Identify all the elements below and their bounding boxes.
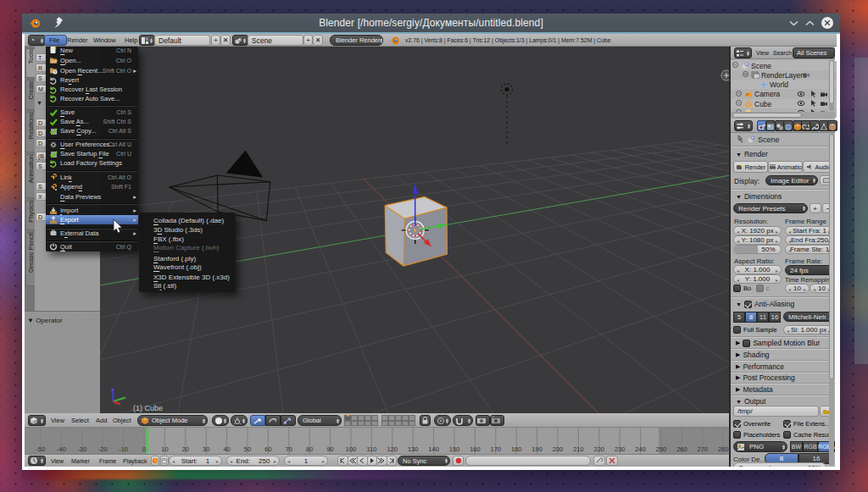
svg-text:140: 140 [428,445,439,453]
svg-text:280: 280 [718,445,729,453]
svg-text:-30: -30 [77,445,86,453]
svg-text:160: 160 [470,445,481,453]
svg-text:-20: -20 [98,445,108,453]
svg-text:200: 200 [553,445,564,453]
svg-text:-40: -40 [57,445,66,453]
svg-text:50: 50 [244,445,251,453]
svg-text:40: 40 [223,445,230,453]
svg-text:20: 20 [182,445,189,453]
svg-text:240: 240 [635,445,646,453]
svg-text:(1) Cube: (1) Cube [133,404,163,412]
svg-text:90: 90 [326,445,333,453]
svg-text:170: 170 [491,445,502,453]
svg-text:250: 250 [656,445,667,453]
svg-text:10: 10 [161,445,168,453]
svg-text:150: 150 [449,445,460,453]
svg-text:130: 130 [408,445,419,453]
svg-text:120: 120 [387,445,398,453]
svg-text:230: 230 [615,445,626,453]
svg-text:260: 260 [676,445,687,453]
svg-text:210: 210 [573,445,584,453]
svg-text:70: 70 [286,445,292,453]
svg-text:60: 60 [264,445,271,453]
svg-text:180: 180 [511,445,522,453]
svg-text:0: 0 [142,445,146,453]
svg-text:100: 100 [346,445,357,453]
svg-text:80: 80 [306,445,313,453]
svg-text:190: 190 [531,445,542,453]
svg-text:110: 110 [366,445,376,453]
svg-text:30: 30 [203,445,209,453]
svg-text:220: 220 [594,445,605,453]
svg-text:-50: -50 [36,445,46,453]
svg-text:z: z [111,387,114,392]
svg-text:270: 270 [698,445,709,453]
svg-text:-10: -10 [119,445,128,453]
